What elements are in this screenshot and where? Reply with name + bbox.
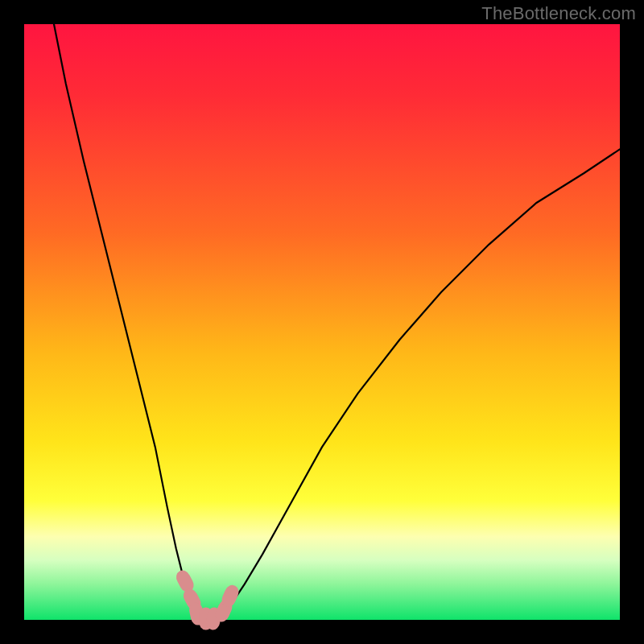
watermark-text: TheBottleneck.com [481,3,636,24]
bottleneck-chart [0,0,644,644]
plot-area [24,24,620,620]
chart-container: TheBottleneck.com [0,0,644,644]
